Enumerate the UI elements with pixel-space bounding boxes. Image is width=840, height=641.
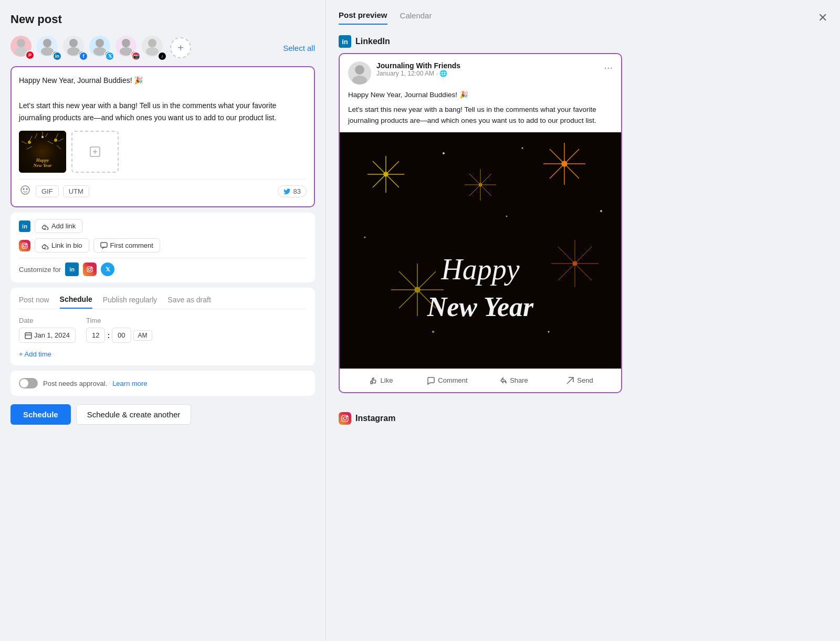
send-button[interactable]: Send [547, 373, 613, 388]
toggle-knob [20, 379, 28, 387]
time-hour-value: 12 [92, 331, 99, 339]
card-info: Journaling With Friends January 1, 12:00… [376, 61, 598, 77]
twitter-platform-badge: 𝕏 [105, 51, 114, 61]
tab-calendar[interactable]: Calendar [400, 10, 432, 25]
add-account-button[interactable]: + [170, 37, 191, 58]
schedule-button[interactable]: Schedule [10, 404, 71, 425]
tab-publish-regularly[interactable]: Publish regularly [103, 295, 158, 309]
svg-line-15 [35, 133, 37, 139]
card-header: Journaling With Friends January 1, 12:00… [340, 54, 621, 90]
svg-line-16 [56, 133, 58, 139]
gif-button[interactable]: GIF [36, 185, 59, 197]
add-time-button[interactable]: + Add time [19, 350, 51, 358]
date-value: Jan 1, 2024 [34, 331, 70, 339]
date-time-row: Date Jan 1, 2024 Time 12 : 00 [19, 317, 307, 343]
svg-point-11 [146, 47, 159, 56]
share-button[interactable]: Share [480, 373, 547, 388]
account-tiktok[interactable]: ♪ [142, 36, 166, 60]
tiktok-platform-badge: ♪ [158, 51, 167, 61]
preview-tabs: Post preview Calendar [339, 10, 432, 25]
options-section: in Add link Link in bio [10, 213, 315, 282]
svg-point-102 [343, 417, 346, 420]
svg-line-12 [29, 136, 32, 141]
left-panel: New post P in f [0, 0, 326, 641]
svg-line-21 [45, 133, 48, 137]
comment-button[interactable]: Comment [414, 373, 480, 388]
post-text-line1: Happy New Year, Journal Buddies! 🎉 [19, 75, 307, 87]
right-panel: Post preview Calendar ✕ in LinkedIn Jour… [326, 0, 840, 641]
account-twitter[interactable]: 𝕏 [89, 36, 113, 60]
svg-rect-38 [25, 333, 32, 339]
card-menu-dots[interactable]: ··· [604, 61, 613, 73]
media-add-button[interactable] [71, 131, 119, 173]
account-linkedin[interactable]: in [37, 36, 61, 60]
account-pinterest[interactable]: P [10, 36, 35, 60]
add-link-button[interactable]: Add link [35, 219, 82, 233]
svg-point-36 [89, 268, 91, 271]
svg-point-92 [600, 210, 602, 212]
time-label: Time [86, 317, 152, 324]
svg-point-80 [415, 287, 420, 292]
svg-point-24 [41, 136, 44, 138]
pinterest-badge: P [25, 50, 35, 60]
emoji-button[interactable] [19, 184, 32, 199]
linkedin-platform-badge: in [52, 51, 62, 61]
tab-schedule[interactable]: Schedule [60, 295, 92, 309]
instagram-options-row: Link in bio First comment [19, 238, 307, 253]
date-input[interactable]: Jan 1, 2024 [19, 328, 76, 343]
close-button[interactable]: ✕ [818, 11, 827, 25]
card-meta: January 1, 12:00 AM · 🌐 [376, 70, 598, 77]
utm-button[interactable]: UTM [63, 185, 89, 197]
card-avatar [348, 61, 371, 85]
customize-twitter-icon[interactable]: 𝕏 [101, 262, 114, 276]
post-text-content[interactable]: Happy New Year, Journal Buddies! 🎉 Let's… [19, 75, 307, 124]
like-label: Like [381, 376, 393, 384]
linkedin-options-row: in Add link [19, 219, 307, 233]
linkedin-preview: in LinkedIn Journaling With Friends Janu… [339, 35, 827, 393]
ampm-button[interactable]: AM [133, 330, 152, 341]
linkedin-label-icon: in [339, 35, 351, 48]
svg-point-4 [69, 39, 78, 47]
svg-point-103 [346, 416, 348, 417]
account-instagram[interactable]: 📷 [116, 36, 140, 60]
svg-point-71 [479, 183, 482, 186]
svg-line-14 [27, 146, 32, 149]
approval-section: Post needs approval. Learn more [10, 371, 315, 396]
media-thumb-1[interactable]: HappyNew Year [19, 131, 66, 173]
svg-point-33 [26, 244, 27, 244]
schedule-create-another-button[interactable]: Schedule & create another [76, 404, 192, 425]
svg-point-96 [548, 331, 550, 332]
schedule-tabs: Post now Schedule Publish regularly Save… [19, 295, 307, 309]
post-editor: Happy New Year, Journal Buddies! 🎉 Let's… [10, 66, 315, 207]
customize-linkedin-icon[interactable]: in [65, 262, 79, 276]
first-comment-button[interactable]: First comment [93, 238, 160, 253]
card-text: Happy New Year, Journal Buddies! 🎉 Let's… [340, 90, 621, 132]
time-hour-input[interactable]: 12 [86, 328, 105, 343]
time-min-input[interactable]: 00 [112, 328, 131, 343]
post-text-line2: Let's start this new year with a bang! T… [19, 100, 307, 125]
media-row: HappyNew Year [19, 131, 307, 173]
like-button[interactable]: Like [348, 373, 414, 388]
customize-instagram-icon[interactable] [83, 262, 97, 276]
facebook-platform-badge: f [79, 51, 88, 61]
approval-toggle[interactable] [19, 378, 38, 388]
add-link-label: Add link [51, 222, 76, 230]
link-in-bio-button[interactable]: Link in bio [35, 238, 89, 253]
learn-more-link[interactable]: Learn more [112, 380, 147, 387]
svg-point-94 [506, 215, 508, 217]
svg-text:Happy: Happy [440, 253, 519, 286]
svg-point-93 [364, 236, 366, 238]
select-all-button[interactable]: Select all [283, 44, 315, 52]
svg-line-19 [57, 145, 61, 149]
tab-post-now[interactable]: Post now [19, 295, 49, 309]
account-facebook[interactable]: f [63, 36, 87, 60]
svg-point-29 [23, 188, 24, 190]
tab-save-draft[interactable]: Save as draft [167, 295, 211, 309]
svg-point-43 [352, 76, 367, 85]
tab-post-preview[interactable]: Post preview [339, 10, 387, 25]
page-title: New post [10, 13, 315, 26]
svg-rect-99 [371, 381, 372, 384]
svg-point-8 [122, 39, 130, 47]
card-text-line2: Let's start this new year with a bang! T… [348, 104, 613, 126]
send-label: Send [577, 376, 593, 384]
